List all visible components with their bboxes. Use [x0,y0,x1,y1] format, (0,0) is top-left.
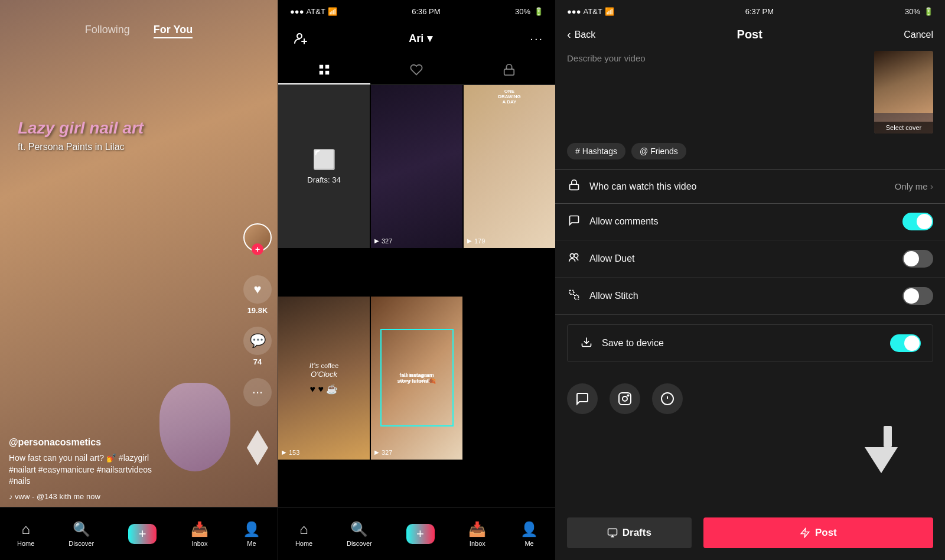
like-button[interactable]: ♥ 19.8K [243,275,272,315]
allow-comments-left: Allow comments [567,214,658,229]
download-setting-icon [579,336,594,351]
drawing-video-plays: ▶ 179 [467,237,485,245]
tab-liked[interactable] [370,56,462,84]
nav-me[interactable]: 👤 Me [243,521,260,547]
dropdown-chevron-icon[interactable]: ▾ [427,32,432,45]
who-can-watch-row[interactable]: Who can watch this video Only me › [555,169,945,204]
sweater-video-count: 327 [382,449,392,456]
p2-nav-discover[interactable]: 🔍 Discover [347,521,372,547]
stitch-setting-icon [567,289,581,304]
play-icon-2: ▶ [467,237,472,244]
profile-bottom-nav: ⌂ Home 🔍 Discover + 📥 Inbox 👤 Me [278,507,555,560]
hashtags-button[interactable]: # Hashtags [567,143,625,159]
allow-comments-toggle[interactable] [902,213,933,230]
save-device-section: Save to device [567,324,933,362]
post-page-title: Post [737,28,762,41]
video-tile-drawing[interactable]: ONEDRAWINGA DAY ▶ 179 [464,85,555,248]
save-to-device-row[interactable]: Save to device [568,325,933,362]
p3-battery-percent: 30% [905,7,920,16]
cover-thumbnail[interactable]: Select cover [874,51,933,134]
nav-discover-label: Discover [69,540,94,547]
nav-home-label: Home [17,540,34,547]
dark-video-bg [371,85,462,248]
comment-button[interactable]: 💬 74 [243,327,272,366]
inbox-icon: 📥 [191,521,208,538]
profile-menu-button[interactable]: ··· [530,32,543,45]
nav-create[interactable]: + [128,524,157,544]
svg-rect-12 [575,295,579,299]
nav-discover[interactable]: 🔍 Discover [69,521,94,547]
home-icon: ⌂ [21,521,30,538]
drawing-title: ONEDRAWINGA DAY [464,85,555,108]
friends-button[interactable]: @ Friends [631,143,686,159]
nav-home[interactable]: ⌂ Home [17,521,34,547]
post-status-left: ●●● AT&T 📶 [567,7,614,16]
save-device-label: Save to device [602,338,664,349]
hashtags-label: Hashtags [582,146,617,156]
allow-duet-row[interactable]: Allow Duet [555,240,945,278]
heart-icon: ♥ [243,275,272,304]
share-button[interactable]: ··· [243,378,272,406]
following-tab[interactable]: Following [85,24,130,38]
allow-stitch-toggle[interactable] [902,287,933,305]
video-tile-dark[interactable]: ▶ 327 [371,85,462,248]
drafts-tile[interactable]: ⬜ Drafts: 34 [278,85,370,248]
post-button[interactable]: Post [703,517,933,548]
back-arrow-icon: ‹ [567,28,571,41]
grid-icon [318,63,331,76]
cancel-button[interactable]: Cancel [904,30,933,40]
coffee-content: It's coffee O'Clock ♥ ♥ ☕ [300,351,348,404]
add-friend-button[interactable] [290,28,311,49]
svg-rect-3 [320,65,323,69]
tab-grid[interactable] [278,56,370,84]
for-you-tab[interactable]: For You [154,24,193,38]
message-share-button[interactable] [567,383,598,414]
save-device-toggle[interactable] [890,334,921,352]
tab-private[interactable] [463,56,555,84]
creator-username[interactable]: @personacosmetics [9,437,236,448]
allow-stitch-row[interactable]: Allow Stitch [555,278,945,314]
p2-nav-me-label: Me [524,540,533,547]
creator-avatar[interactable]: + [243,223,272,252]
lock-icon [503,63,516,76]
music-info[interactable]: ♪ vww - @143 kith me now [9,492,236,501]
sweater-content: fall instagramstory tutorial🍂 fall insta… [371,297,462,460]
add-person-icon [294,31,308,45]
allow-comments-row[interactable]: Allow comments [555,203,945,240]
p2-discover-icon: 🔍 [350,521,368,538]
svg-point-17 [623,396,627,401]
p3-carrier: AT&T [584,7,602,16]
dark-video-plays: ▶ 327 [374,237,392,245]
video-tile-coffee[interactable]: It's coffee O'Clock ♥ ♥ ☕ ▶ 153 [278,297,370,460]
sweater-video-plays: ▶ 327 [374,449,392,456]
like-count: 19.8K [247,306,268,315]
at-icon: @ [640,146,648,156]
p2-nav-home[interactable]: ⌂ Home [295,521,312,547]
nav-inbox[interactable]: 📥 Inbox [191,521,208,547]
p2-create-button[interactable]: + [406,524,435,544]
arrow-stem [884,426,892,447]
p2-nav-inbox-label: Inbox [470,540,485,547]
cover-image [874,51,933,113]
drafts-button-label: Drafts [623,527,651,539]
comment-icon: 💬 [243,327,272,355]
profile-tabs [278,56,555,85]
create-button[interactable]: + [128,524,157,544]
allow-duet-toggle[interactable] [902,250,933,268]
back-button[interactable]: ‹ Back [567,28,595,41]
drafts-button[interactable]: Drafts [567,517,692,548]
p2-nav-inbox[interactable]: 📥 Inbox [468,521,486,547]
hashtag-icon: # [575,146,580,156]
chevron-right-icon: › [930,181,933,192]
follow-plus-button[interactable]: + [252,243,263,255]
p2-me-icon: 👤 [520,521,538,538]
instagram-share-button[interactable] [610,383,640,414]
p2-nav-create[interactable]: + [406,524,435,544]
video-description-input[interactable]: Describe your video [567,51,865,134]
p2-nav-me[interactable]: 👤 Me [520,521,538,547]
duet-setting-icon [567,252,581,266]
more-share-button[interactable] [652,383,683,414]
video-tile-sweater[interactable]: fall instagramstory tutorial🍂 fall insta… [371,297,462,460]
p2-inbox-icon: 📥 [468,521,486,538]
video-title: Lazy girl nail art [18,118,144,138]
